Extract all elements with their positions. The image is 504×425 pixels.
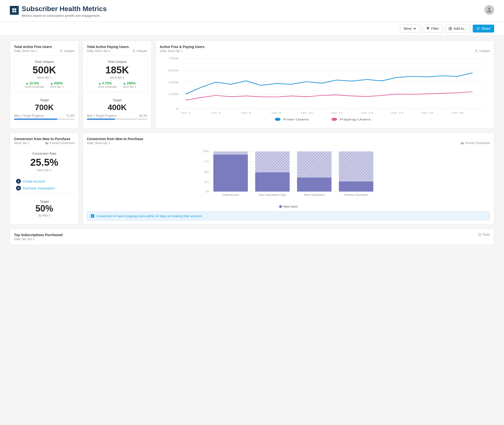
total-free-users-card: Total Active Free Users Daily, Since Jan… <box>10 41 79 129</box>
svg-text:75%: 75% <box>204 160 209 163</box>
row-3: Top Subscriptions Purchased Daily, Apr J… <box>10 229 494 245</box>
chevron-down-icon <box>413 27 416 30</box>
free-users-title: Total Active Free Users <box>14 45 75 49</box>
paying-users-title: Total Active Paying Users <box>87 45 147 49</box>
funnel-chart-label: Funnel Conversion <box>461 141 490 145</box>
active-chart-subtitle: Daily, Since Apr 1 Uniques <box>160 49 490 53</box>
line-chart-container: 750k 500k 250k 125k 0 Apr 2 Apr 4 Apr 6 … <box>160 56 490 125</box>
svg-text:Apr 12: Apr 12 <box>331 111 343 114</box>
svg-text:Apr 6: Apr 6 <box>241 111 251 114</box>
svg-rect-37 <box>462 142 462 144</box>
free-users-target: Target 700K May 1 Target Progress 71.4% <box>14 95 75 123</box>
svg-point-7 <box>476 50 477 51</box>
conversion-target: Target 50% by May 1 <box>14 197 75 220</box>
legend-new-dot <box>279 205 282 208</box>
svg-rect-38 <box>462 143 463 144</box>
paying-users-progress: May 1 Target Progress 46.3% <box>87 114 147 120</box>
svg-text:Select Subscription: Select Subscription <box>304 194 325 196</box>
free-users-change1: ▲ 10.5% since yesterday <box>25 81 44 88</box>
svg-text:Paying Users: Paying Users <box>340 118 371 121</box>
svg-rect-33 <box>46 142 47 144</box>
paying-users-target: Target 400K May 1 Target Progress 46.3% <box>87 95 147 123</box>
svg-rect-34 <box>47 143 47 144</box>
top-subs-title: Top Subscriptions Purchased <box>14 233 63 237</box>
info-icon: i <box>91 214 94 218</box>
step4-label: Purchase Subscription <box>23 186 55 190</box>
svg-text:Apr 16: Apr 16 <box>391 111 403 114</box>
svg-text:Apr 2: Apr 2 <box>181 111 191 114</box>
svg-rect-36 <box>461 142 461 144</box>
svg-text:250k: 250k <box>168 81 179 84</box>
paying-users-changes: ▲ 4.75% since yesterday ▲ 295% since Apr… <box>91 81 143 88</box>
paying-users-change2: ▲ 295% since Apr 1 <box>123 81 136 88</box>
top-subs-card: Top Subscriptions Purchased Daily, Apr J… <box>10 229 494 245</box>
share-button[interactable]: Share <box>473 25 494 33</box>
svg-text:100%: 100% <box>203 150 209 153</box>
svg-rect-39 <box>463 142 464 144</box>
paying-users-progress-bar <box>87 118 147 120</box>
svg-text:Create Account: Create Account <box>222 194 239 196</box>
link-icon <box>476 27 480 30</box>
funnel-chart-header: Conversion from New to Purchase Daily, S… <box>87 137 490 145</box>
free-users-metric: Total Uniques 500K since Apr 1 ▲ 10.5% s… <box>14 56 75 92</box>
svg-text:Apr 8: Apr 8 <box>271 111 281 114</box>
funnel-icon <box>45 141 49 145</box>
svg-text:Purchase Subscription: Purchase Subscription <box>344 194 368 196</box>
chart-uniques-icon <box>475 49 478 53</box>
step1-label: Create Account <box>23 180 45 183</box>
svg-text:Apr 10: Apr 10 <box>300 111 313 114</box>
svg-text:750k: 750k <box>168 57 179 60</box>
header: Subscriber Health Metrics Metrics based … <box>0 0 504 22</box>
paying-uniques-icon <box>132 49 136 53</box>
row-1: Total Active Free Users Daily, Since Jan… <box>10 41 494 129</box>
svg-point-6 <box>133 50 134 51</box>
funnel-steps: 1 Create Account 4 Purchase Subscription <box>14 179 75 191</box>
svg-point-66 <box>478 233 481 236</box>
svg-text:i: i <box>92 214 93 217</box>
svg-rect-0 <box>12 8 14 10</box>
legend-new-users: New Users <box>279 205 298 208</box>
avatar[interactable] <box>484 5 494 15</box>
free-users-progress: May 1 Target Progress 71.4% <box>14 114 75 120</box>
add-to-button[interactable]: Add to... <box>445 25 470 33</box>
active-chart-title: Active Free & Paying Users <box>160 45 490 49</box>
paying-users-metric: Total Uniques 185K since Apr 1 ▲ 4.75% s… <box>87 56 147 92</box>
top-subs-header: Top Subscriptions Purchased Daily, Apr J… <box>14 233 490 241</box>
top-subs-totals: Totals <box>478 233 490 236</box>
main-content: Total Active Free Users Daily, Since Jan… <box>0 36 504 254</box>
funnel-legend: New Users <box>91 205 486 208</box>
conversion-header: Conversion from New to Purchase Since Ja… <box>14 137 75 145</box>
paying-users-uniques: Uniques <box>132 49 147 53</box>
paying-users-header: Total Active Paying Users Daily, Since J… <box>87 45 147 53</box>
paying-users-subtitle: Daily, Since Jan 1 Uniques <box>87 49 147 53</box>
funnel-step-4: 4 Purchase Subscription <box>16 186 73 191</box>
info-banner: i Conversion of new to paying users with… <box>87 211 490 221</box>
header-left: Subscriber Health Metrics Metrics based … <box>10 5 107 17</box>
toolbar: More Filter Add to... Share <box>0 22 504 36</box>
funnel-svg: 100% 75% 50% 25% 0% <box>91 148 486 202</box>
svg-text:500k: 500k <box>168 69 179 72</box>
filter-icon <box>426 27 430 30</box>
svg-rect-50 <box>213 155 248 192</box>
app-icon <box>10 6 19 15</box>
conversion-funnel-label: Funnel Conversion <box>45 141 75 145</box>
more-button[interactable]: More <box>400 25 420 33</box>
svg-rect-60 <box>339 151 373 181</box>
free-users-progress-bar <box>14 118 75 120</box>
svg-point-28 <box>275 118 281 121</box>
svg-rect-3 <box>15 11 16 12</box>
svg-rect-56 <box>297 178 331 192</box>
svg-point-30 <box>331 118 337 121</box>
svg-rect-51 <box>213 151 248 155</box>
svg-text:0: 0 <box>176 107 179 110</box>
filter-button[interactable]: Filter <box>423 25 442 33</box>
funnel-chart-svg-container: 100% 75% 50% 25% 0% <box>87 148 490 208</box>
conversion-small-card: Conversion from New to Purchase Since Ja… <box>10 133 79 225</box>
svg-text:View Subscriptions Page: View Subscriptions Page <box>259 194 286 196</box>
svg-rect-1 <box>15 8 16 10</box>
active-chart-uniques: Uniques <box>475 49 490 53</box>
total-paying-users-card: Total Active Paying Users Daily, Since J… <box>83 41 152 129</box>
free-users-uniques: Uniques <box>59 49 75 53</box>
uniques-icon <box>59 49 63 53</box>
totals-icon <box>478 233 481 236</box>
